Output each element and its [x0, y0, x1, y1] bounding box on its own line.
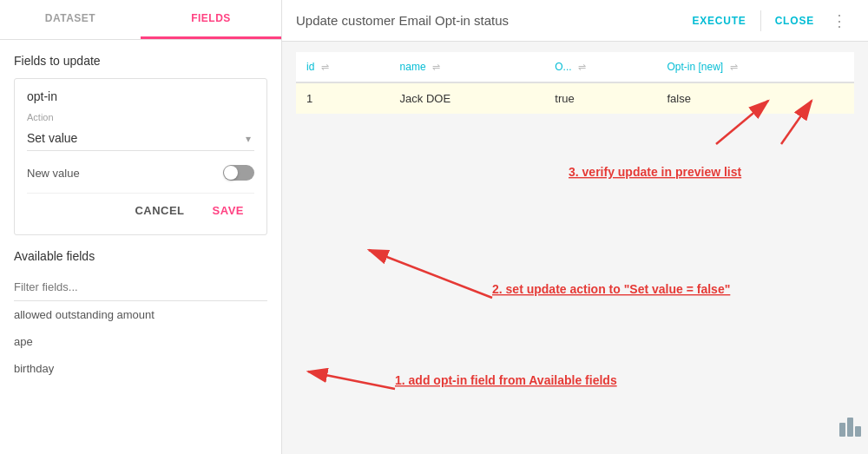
more-options-button[interactable]: ⋮ [825, 6, 854, 36]
cell-opt-in-new: false [657, 82, 855, 115]
data-table: id ⇌ name ⇌ O... ⇌ [296, 52, 854, 115]
save-button[interactable]: SAVE [202, 197, 254, 224]
cancel-button[interactable]: CANCEL [124, 197, 194, 224]
header-divider [760, 10, 761, 31]
action-label: Action [27, 112, 254, 122]
new-value-label: New value [27, 167, 80, 180]
available-fields-section: Available fields allowed outstanding amo… [14, 249, 267, 382]
filter-fields-input[interactable] [14, 273, 267, 301]
toggle-knob [224, 166, 238, 180]
table-container: id ⇌ name ⇌ O... ⇌ [282, 42, 868, 125]
bar-chart-icon [839, 418, 861, 437]
action-select-text[interactable]: Set value [27, 126, 254, 151]
new-value-row: New value [27, 165, 254, 181]
content-area: id ⇌ name ⇌ O... ⇌ [282, 42, 868, 454]
available-fields-title: Available fields [14, 249, 267, 263]
field-card: opt-in Action Set value New value CANCEL… [14, 78, 267, 235]
col-header-name[interactable]: name ⇌ [390, 52, 545, 82]
list-item[interactable]: ape [14, 328, 267, 355]
toggle-switch[interactable] [223, 165, 254, 181]
col-header-opt-in-new[interactable]: Opt-in [new] ⇌ [657, 52, 855, 82]
action-select-wrapper[interactable]: Set value [27, 126, 254, 151]
col-header-id[interactable]: id ⇌ [296, 52, 390, 82]
card-actions: CANCEL SAVE [27, 193, 254, 224]
col-sort-icon: ⇌ [432, 62, 440, 72]
right-panel-wrapper: Update customer Email Opt-in status EXEC… [282, 0, 868, 454]
list-item[interactable]: birthday [14, 355, 267, 382]
col-sort-icon: ⇌ [730, 62, 738, 72]
cell-name: Jack DOE [390, 82, 545, 115]
execute-button[interactable]: EXECUTE [681, 8, 756, 34]
col-header-o[interactable]: O... ⇌ [544, 52, 656, 82]
left-content: Fields to update opt-in Action Set value… [0, 40, 281, 454]
field-name: opt-in [27, 89, 254, 103]
tab-fields[interactable]: FIELDS [141, 0, 281, 39]
page-title: Update customer Email Opt-in status [296, 13, 681, 28]
annotation1-text: 1. add opt-in field from Available field… [395, 373, 617, 387]
list-item[interactable]: allowed outstanding amount [14, 301, 267, 328]
col-sort-icon: ⇌ [321, 62, 329, 72]
svg-line-3 [369, 250, 492, 298]
left-panel: DATASET FIELDS Fields to update opt-in A… [0, 0, 282, 454]
annotation2-text: 2. set update action to "Set value = fal… [492, 282, 730, 296]
right-header: Update customer Email Opt-in status EXEC… [282, 0, 868, 42]
annotation3-text: 3. verify update in preview list [569, 165, 742, 179]
cell-id: 1 [296, 82, 390, 115]
table-row: 1 Jack DOE true false [296, 82, 854, 115]
tab-dataset[interactable]: DATASET [0, 0, 141, 39]
close-button[interactable]: CLOSE [765, 8, 825, 34]
col-sort-icon: ⇌ [578, 62, 586, 72]
fields-to-update-title: Fields to update [14, 54, 267, 68]
cell-o: true [544, 82, 656, 115]
svg-line-4 [308, 372, 395, 389]
tabs: DATASET FIELDS [0, 0, 281, 40]
